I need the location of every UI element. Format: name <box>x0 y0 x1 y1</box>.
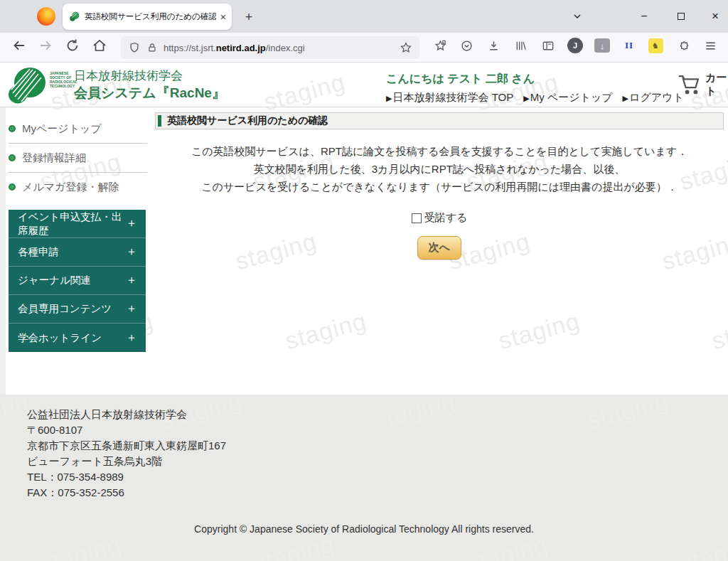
bullet-icon <box>9 183 16 191</box>
home-button[interactable] <box>91 37 108 54</box>
page-content: stagingstagingstagingstagingstagingstagi… <box>0 63 728 561</box>
org-name: 日本放射線技術学会 <box>74 68 183 84</box>
sidebar-item-mypage-top[interactable]: Myページトップ <box>9 114 147 143</box>
save-bookmark-icon[interactable] <box>432 37 449 54</box>
title-accent-bar <box>158 115 161 127</box>
window-minimize-button[interactable]: − <box>630 6 658 27</box>
cart-button[interactable]: カート <box>677 68 728 101</box>
sidebar-link-label: 登録情報詳細 <box>22 151 86 165</box>
sidebar-menu-event-payment[interactable]: イベント申込支払・出席履歴 ＋ <box>9 210 146 238</box>
window-maximize-button[interactable] <box>667 6 695 27</box>
tab-bar: 英語校閲サービス利用のための確認 × + − × <box>0 0 728 33</box>
browser-tab[interactable]: 英語校閲サービス利用のための確認 × <box>63 4 232 30</box>
site-favicon <box>68 11 80 23</box>
expand-plus-icon: ＋ <box>126 245 137 260</box>
menu-label: 各種申請 <box>18 245 59 259</box>
reload-button[interactable] <box>64 37 81 54</box>
main-content: 英語校閲サービス利用のための確認 この英語校閲サービスは、RPT誌に論文を投稿す… <box>155 107 724 260</box>
sidebar-menu-member-content[interactable]: 会員専用コンテンツ ＋ <box>9 295 146 324</box>
next-button[interactable]: 次へ <box>417 236 461 260</box>
triangle-marker-icon: ▶ <box>623 94 628 102</box>
sidebar-link-label: メルマガ登録・解除 <box>22 181 119 194</box>
menu-label: 会員専用コンテンツ <box>18 302 112 316</box>
header-link-logout[interactable]: ▶ログアウト <box>623 91 684 105</box>
expand-plus-icon: ＋ <box>126 273 137 288</box>
window-close-button[interactable]: × <box>701 6 728 27</box>
library-icon[interactable] <box>512 37 529 54</box>
footer-building: ビューフォート五条烏丸3階 <box>27 454 226 469</box>
expand-plus-icon: ＋ <box>126 216 137 231</box>
sidebar-menu-journal[interactable]: ジャーナル関連 ＋ <box>9 267 146 295</box>
sidebar-menu-hotline[interactable]: 学会ホットライン ＋ <box>9 324 146 352</box>
sidebar-item-mailmag[interactable]: メルマガ登録・解除 <box>9 173 147 201</box>
downloads-icon[interactable] <box>485 37 502 54</box>
menu-label: イベント申込支払・出席履歴 <box>18 210 126 237</box>
jsrt-logo <box>6 65 48 105</box>
tab-title: 英語校閲サービス利用のための確認 <box>85 11 216 22</box>
cart-label: カート <box>705 71 728 101</box>
system-name: 会員システム『RacNe』 <box>74 84 225 102</box>
browser-window: 英語校閲サービス利用のための確認 × + − × https://st.jsrt… <box>0 0 728 561</box>
tab-close-icon[interactable]: × <box>220 11 226 23</box>
sidebar-toggle-icon[interactable] <box>540 37 557 54</box>
site-header: JAPANESE SOCIETY OF RADIOLOGICAL TECHNOL… <box>0 63 728 107</box>
description-line: このサービスを受けることができなくなります（サービスの利用再開には理由書の提出が… <box>155 178 724 196</box>
sidebar-link-label: Myページトップ <box>22 122 102 136</box>
header-link-mypage-top[interactable]: ▶My ページトップ <box>523 91 612 105</box>
menu-label: ジャーナル関連 <box>18 274 91 287</box>
yellow-extension-icon[interactable]: ♞ <box>647 37 664 54</box>
header-link-jsrt-top[interactable]: ▶日本放射線技術学会 TOP <box>386 91 513 105</box>
description-line: この英語校閲サービスは、RPT誌に論文を投稿する会員を支援することを目的として実… <box>155 142 724 160</box>
greeting-text: こんにちは テスト 二郎 さん <box>386 72 535 87</box>
bullet-icon <box>9 125 16 132</box>
description-line: 英文校閲を利用した後、3カ月以内にRPT誌へ投稿されなかった場合、以後、 <box>155 160 724 178</box>
sidebar-accordion-menu: イベント申込支払・出席履歴 ＋ 各種申請 ＋ ジャーナル関連 ＋ 会員専用コンテ… <box>9 210 146 352</box>
left-margin-strip <box>0 107 6 395</box>
shield-icon[interactable] <box>128 41 141 54</box>
account-avatar[interactable]: J <box>567 37 584 54</box>
sidebar-item-registration-details[interactable]: 登録情報詳細 <box>9 144 147 172</box>
download-manager-extension-icon[interactable]: ↓ <box>594 37 611 54</box>
triangle-marker-icon: ▶ <box>523 94 529 102</box>
cart-icon <box>677 68 702 101</box>
roman-two-extension-icon[interactable]: II <box>621 37 638 54</box>
pocket-icon[interactable] <box>458 37 475 54</box>
service-description: この英語校閲サービスは、RPT誌に論文を投稿する会員を支援することを目的として実… <box>155 142 724 196</box>
expand-plus-icon: ＋ <box>126 331 137 346</box>
page-title: 英語校閲サービス利用のための確認 <box>167 114 328 127</box>
footer-address-line: 京都市下京区五条通新町東入東錺屋町167 <box>27 438 226 454</box>
bullet-icon <box>9 154 16 161</box>
header-links: ▶日本放射線技術学会 TOP ▶My ページトップ ▶ログアウト <box>386 91 684 105</box>
avatar-initial: J <box>567 38 583 53</box>
back-button[interactable] <box>11 37 28 54</box>
page-title-bar: 英語校閲サービス利用のための確認 <box>155 112 724 129</box>
url-bar[interactable]: https://st.jsrt.netird.ad.jp/index.cgi <box>121 36 419 59</box>
expand-plus-icon: ＋ <box>126 301 137 316</box>
accept-checkbox[interactable] <box>412 213 422 223</box>
url-text[interactable]: https://st.jsrt.netird.ad.jp/index.cgi <box>164 43 394 53</box>
copyright-text: Copyright © Japanese Society of Radiolog… <box>0 523 728 535</box>
firefox-icon[interactable] <box>37 7 55 26</box>
footer-postal-code: 〒600-8107 <box>27 422 226 438</box>
sidebar: Myページトップ 登録情報詳細 メルマガ登録・解除 イベント申込支払・出席履歴 … <box>9 107 147 352</box>
sidebar-menu-applications[interactable]: 各種申請 ＋ <box>9 238 146 267</box>
accept-checkbox-label[interactable]: 受諾する <box>424 211 468 225</box>
footer-tel: TEL：075-354-8989 <box>27 469 226 485</box>
tab-list-chevron-icon[interactable] <box>563 6 592 27</box>
menu-hamburger-icon[interactable] <box>702 37 719 54</box>
lock-icon[interactable] <box>146 41 158 54</box>
new-tab-button[interactable]: + <box>240 8 258 26</box>
footer-fax: FAX：075-352-2556 <box>27 485 226 501</box>
extensions-puzzle-icon[interactable] <box>675 37 692 54</box>
bookmark-star-icon[interactable] <box>400 41 412 54</box>
org-small-text: JAPANESE SOCIETY OF RADIOLOGICAL TECHNOL… <box>50 71 75 88</box>
footer-address: 公益社団法人日本放射線技術学会 〒600-8107 京都市下京区五条通新町東入東… <box>27 407 226 501</box>
forward-button[interactable] <box>37 37 54 54</box>
menu-label: 学会ホットライン <box>18 331 102 345</box>
footer-org-name: 公益社団法人日本放射線技術学会 <box>27 407 226 422</box>
triangle-marker-icon: ▶ <box>386 94 392 102</box>
accept-row: 受諾する <box>155 211 724 225</box>
